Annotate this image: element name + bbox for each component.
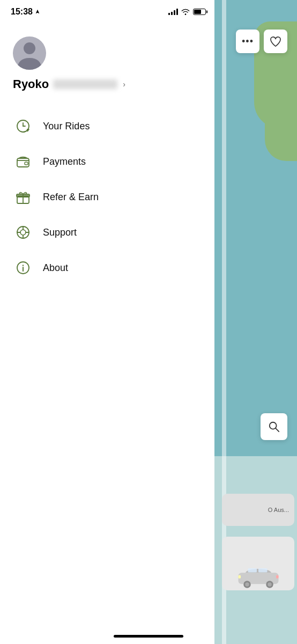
- status-indicators: [168, 9, 206, 15]
- svg-point-8: [268, 582, 272, 587]
- svg-rect-3: [248, 568, 257, 573]
- your-rides-label: Your Rides: [43, 121, 90, 132]
- svg-point-23: [20, 230, 26, 235]
- status-time: 15:38: [11, 7, 40, 17]
- card-location-text: O Aus...: [268, 507, 289, 513]
- user-last-name-blurred: [53, 79, 117, 89]
- user-first-name: Ryoko: [13, 77, 49, 91]
- menu-item-refer-earn[interactable]: Refer & Earn: [0, 179, 214, 215]
- gift-icon: [15, 189, 31, 205]
- dots-label: •••: [242, 36, 254, 47]
- svg-point-6: [245, 582, 249, 587]
- payments-label: Payments: [43, 156, 86, 167]
- info-icon: [15, 260, 31, 276]
- map-dots-button[interactable]: •••: [236, 30, 259, 53]
- map-background: ••• O Aus...: [211, 0, 297, 644]
- map-heart-button[interactable]: [264, 30, 287, 53]
- svg-rect-4: [258, 568, 268, 573]
- svg-rect-16: [17, 158, 29, 167]
- map-search-button[interactable]: [261, 413, 287, 440]
- svg-point-12: [24, 42, 35, 54]
- refer-earn-label: Refer & Earn: [43, 192, 99, 203]
- home-indicator: [114, 635, 183, 638]
- menu-item-your-rides[interactable]: Your Rides: [0, 108, 214, 144]
- svg-point-29: [23, 265, 24, 266]
- svg-rect-17: [25, 162, 28, 165]
- menu-item-support[interactable]: Support: [0, 215, 214, 250]
- user-name-row[interactable]: Ryoko ›: [13, 77, 202, 91]
- battery-icon: [193, 9, 206, 15]
- support-icon: [15, 224, 31, 240]
- map-card-car[interactable]: [222, 537, 294, 590]
- profile-section: Ryoko ›: [0, 24, 214, 100]
- menu-list: Your Rides Payments: [0, 100, 214, 294]
- heart-icon: [270, 36, 281, 47]
- menu-item-payments[interactable]: Payments: [0, 144, 214, 179]
- search-icon: [268, 421, 280, 433]
- svg-rect-10: [276, 575, 279, 579]
- signal-icon: [168, 9, 178, 15]
- about-label: About: [43, 262, 68, 274]
- wifi-icon: [181, 9, 190, 15]
- map-card-location[interactable]: O Aus...: [222, 494, 294, 526]
- menu-item-about[interactable]: About: [0, 250, 214, 286]
- profile-chevron-icon[interactable]: ›: [123, 80, 125, 89]
- svg-rect-9: [238, 575, 241, 579]
- svg-line-1: [276, 428, 279, 431]
- status-bar: 15:38: [0, 0, 214, 24]
- support-label: Support: [43, 227, 77, 238]
- drawer-panel: 15:38: [0, 0, 214, 644]
- navigation-arrow-icon: [35, 9, 40, 14]
- car-icon: [234, 561, 283, 590]
- wallet-icon: [15, 153, 31, 170]
- clock-icon: [15, 118, 31, 134]
- avatar: [13, 36, 46, 70]
- person-icon: [13, 36, 46, 70]
